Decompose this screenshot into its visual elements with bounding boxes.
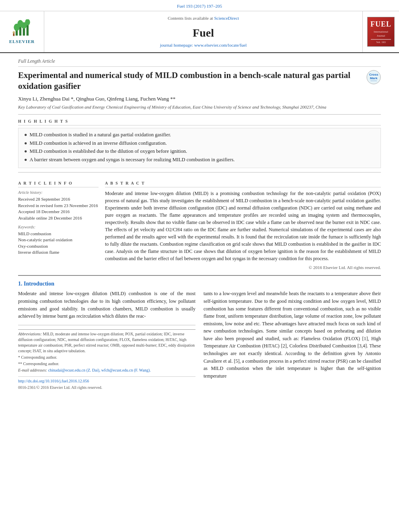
fuel-badge-subtitle: InternationalJournal xyxy=(374,30,388,38)
divider-thick xyxy=(18,275,381,276)
intro-right: tants to a low-oxygen level and meanwhil… xyxy=(204,290,381,390)
keywords-label: Keywords: xyxy=(18,224,99,230)
sciencedirect-prefix: Contents lists available at xyxy=(168,16,213,21)
received-text: Received 28 September 2016 xyxy=(18,196,99,202)
intro-left-text: Moderate and intense low-oxygen dilution… xyxy=(18,290,195,320)
paper-title-area: Experimental and numerical study of MILD… xyxy=(18,70,381,92)
svg-text:Cross: Cross xyxy=(369,73,378,76)
article-type: Full Length Article xyxy=(18,58,381,67)
keyword-4: Inverse diffusion flame xyxy=(18,249,99,255)
divider-1 xyxy=(18,114,381,115)
highlight-text-2: MILD combustion is achieved in an invers… xyxy=(30,140,167,147)
corr-author-2: ** Corresponding author. xyxy=(18,361,195,367)
fuel-badge-title: FUEL xyxy=(370,19,391,29)
intro-two-col: Moderate and intense low-oxygen dilution… xyxy=(18,290,381,390)
svg-rect-0 xyxy=(16,30,18,36)
received-date: Received 28 September 2016 Received in r… xyxy=(18,196,99,221)
keyword-2: Non-catalytic partial oxidation xyxy=(18,237,99,243)
journal-name: Fuel xyxy=(193,25,214,41)
elsevier-logo-area: ELSEVIER xyxy=(0,11,44,52)
divider-2 xyxy=(18,172,381,173)
svg-text:Mark: Mark xyxy=(370,76,378,80)
authors: Xinyu Li, Zhenghua Dai *, Qinghua Guo, Q… xyxy=(18,96,175,102)
journal-citation-bar: Fuel 193 (2017) 197–205 xyxy=(0,0,399,11)
page: Fuel 193 (2017) 197–205 xyxy=(0,0,399,532)
email-line: E-mail addresses: chinadai@ecust.edu.cn … xyxy=(18,368,195,373)
abstract-col: A B S T R A C T Moderate and intense low… xyxy=(105,177,381,271)
elsevier-tree-icon xyxy=(11,19,33,37)
info-abstract-area: A R T I C L E I N F O Article history: R… xyxy=(18,177,381,271)
fuel-logo-area: FUEL InternationalJournal Vol. 193 xyxy=(363,11,399,52)
keyword-3: Oxy-combustion xyxy=(18,243,99,249)
highlight-text-4: A barrier stream between oxygen and syng… xyxy=(30,156,235,164)
crossmark-badge[interactable]: Cross Mark xyxy=(366,70,381,87)
intro-right-text: tants to a low-oxygen level and meanwhil… xyxy=(204,290,381,380)
highlight-item-4: ● A barrier stream between oxygen and sy… xyxy=(24,156,375,164)
highlights-box: ● MILD combustion is studied in a natura… xyxy=(18,128,381,168)
history-label: Article history: xyxy=(18,190,99,195)
corr-author-1: * Corresponding author. xyxy=(18,355,195,360)
accepted-text: Accepted 18 December 2016 xyxy=(18,209,99,215)
fuel-badge-divider xyxy=(371,39,391,40)
svg-rect-2 xyxy=(23,28,25,35)
highlight-item-1: ● MILD combustion is studied in a natura… xyxy=(24,131,375,139)
email-label: E-mail addresses: xyxy=(18,368,47,372)
journal-header: ELSEVIER Contents lists available at Sci… xyxy=(0,11,399,53)
article-info-label: A R T I C L E I N F O xyxy=(18,181,99,187)
footnote-area: Abbreviations: MILD, moderate and intens… xyxy=(18,329,195,373)
abbreviations-label: Abbreviations: xyxy=(18,332,42,336)
bullet-3: ● xyxy=(24,148,27,155)
journal-name-area: Contents lists available at ScienceDirec… xyxy=(44,11,363,52)
bullet-1: ● xyxy=(24,131,27,139)
received-revised-text: Received in revised form 23 November 201… xyxy=(18,203,99,209)
sciencedirect-link[interactable]: ScienceDirect xyxy=(214,16,239,21)
svg-rect-1 xyxy=(19,27,21,36)
journal-homepage[interactable]: journal homepage: www.elsevier.com/locat… xyxy=(160,42,247,48)
issn-line: 0016-2361/© 2016 Elsevier Ltd. All right… xyxy=(18,385,195,390)
doi-link[interactable]: http://dx.doi.org/10.1016/j.fuel.2016.12… xyxy=(18,378,89,384)
sciencedirect-line: Contents lists available at ScienceDirec… xyxy=(168,15,239,21)
svg-point-8 xyxy=(13,31,15,33)
affiliation: Key Laboratory of Coal Gasification and … xyxy=(18,104,381,110)
authors-line: Xinyu Li, Zhenghua Dai *, Qinghua Guo, Q… xyxy=(18,95,381,103)
elsevier-text: ELSEVIER xyxy=(9,39,35,45)
fuel-badge-volume: Vol. 193 xyxy=(376,41,386,45)
copyright: © 2016 Elsevier Ltd. All rights reserved… xyxy=(105,265,381,271)
abbreviations-text: Abbreviations: MILD, moderate and intens… xyxy=(18,331,195,354)
keyword-1: MILD combustion xyxy=(18,231,99,237)
highlight-text-1: MILD combustion is studied in a natural … xyxy=(30,131,171,139)
available-online-text: Available online 28 December 2016 xyxy=(18,215,99,221)
journal-citation: Fuel 193 (2017) 197–205 xyxy=(177,4,222,8)
footer-links: http://dx.doi.org/10.1016/j.fuel.2016.12… xyxy=(18,376,195,384)
paper-title: Experimental and numerical study of MILD… xyxy=(18,70,366,92)
article-info-col: A R T I C L E I N F O Article history: R… xyxy=(18,177,99,271)
intro-section-heading: 1. Introduction xyxy=(18,280,381,288)
intro-left: Moderate and intense low-oxygen dilution… xyxy=(18,290,195,390)
highlight-text-3: MILD combustion is established due to th… xyxy=(30,148,187,155)
main-content: Full Length Article Experimental and num… xyxy=(0,53,399,394)
abstract-label: A B S T R A C T xyxy=(105,181,381,187)
highlights-label: H I G H L I G H T S xyxy=(18,119,381,125)
svg-rect-9 xyxy=(13,33,14,36)
bullet-2: ● xyxy=(24,140,27,147)
svg-rect-3 xyxy=(27,25,29,35)
fuel-badge: FUEL InternationalJournal Vol. 193 xyxy=(367,17,395,47)
email-addresses: chinadai@ecust.edu.cn (Z. Dai), wfch@ecu… xyxy=(48,368,151,372)
highlight-item-2: ● MILD combustion is achieved in an inve… xyxy=(24,140,375,147)
abbreviations-content: MILD, moderate and intense low-oxygen di… xyxy=(18,332,195,353)
section-number: 1. xyxy=(18,281,23,287)
footnote-divider xyxy=(18,325,195,325)
highlight-item-3: ● MILD combustion is established due to … xyxy=(24,148,375,155)
elsevier-logo: ELSEVIER xyxy=(9,19,35,45)
bullet-4: ● xyxy=(24,156,27,164)
section-title: Introduction xyxy=(24,281,54,287)
abstract-text: Moderate and intense low-oxygen dilution… xyxy=(105,190,381,262)
keywords-list: MILD combustion Non-catalytic partial ox… xyxy=(18,231,99,256)
